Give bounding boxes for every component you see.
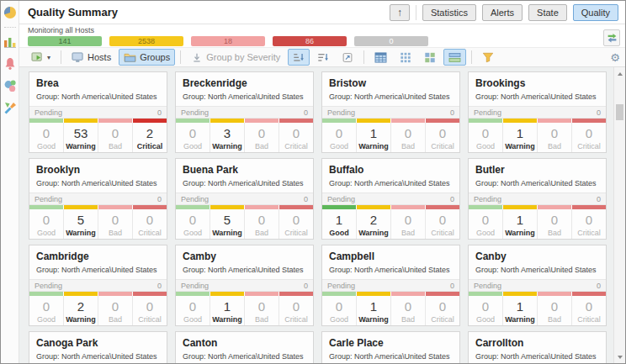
scrollbar-down-arrow[interactable]: [614, 351, 625, 362]
stat-cell-good[interactable]: 0Good: [176, 296, 210, 326]
monitoring-badge[interactable]: 86: [273, 36, 347, 46]
scroll-top-button[interactable]: ↑: [390, 4, 410, 21]
medium-tiles-view-button[interactable]: [419, 49, 441, 66]
stat-cell-bad[interactable]: 0Bad: [391, 209, 426, 240]
gear-icon[interactable]: ⚙: [610, 52, 620, 63]
stat-cell-good[interactable]: 0Good: [29, 123, 64, 153]
stat-cell-good[interactable]: 0Good: [29, 296, 64, 326]
vertical-scrollbar[interactable]: [613, 67, 625, 363]
stat-cell-good[interactable]: 0Good: [29, 209, 64, 240]
hosts-toggle-button[interactable]: Hosts: [66, 49, 116, 66]
stat-cell-warning[interactable]: 1Warning: [210, 296, 245, 326]
stat-cell-critical[interactable]: 0Critical: [426, 123, 459, 153]
stat-cell-critical[interactable]: 2Critical: [133, 123, 167, 153]
sort-ascending-button[interactable]: [288, 49, 310, 66]
stat-cell-warning[interactable]: 2Warning: [64, 296, 98, 326]
filter-button[interactable]: [477, 49, 499, 66]
stat-cell-bad[interactable]: 0Bad: [245, 296, 279, 326]
stat-cell-critical[interactable]: 0Critical: [133, 209, 167, 240]
pending-value: 0: [597, 108, 601, 117]
stat-cell-good[interactable]: 0Good: [469, 209, 503, 240]
group-card[interactable]: Brooklyn Group: North America\United Sta…: [29, 158, 167, 240]
stat-cell-bad[interactable]: 0Bad: [391, 296, 426, 326]
stat-cell-bad[interactable]: 0Bad: [245, 123, 279, 153]
group-card[interactable]: Cambridge Group: North America\United St…: [29, 245, 167, 326]
stat-cell-good[interactable]: 0Good: [469, 123, 503, 153]
status-circles-icon[interactable]: [3, 78, 17, 92]
group-card[interactable]: Breckenridge Group: North America\United…: [175, 71, 314, 153]
stat-cell-critical[interactable]: 0Critical: [426, 209, 459, 240]
group-card[interactable]: Buffalo Group: North America\United Stat…: [321, 158, 460, 240]
open-in-window-button[interactable]: [337, 49, 358, 66]
stat-cell-warning[interactable]: 53Warning: [64, 123, 98, 153]
scrollbar-thumb[interactable]: [616, 104, 623, 120]
monitoring-badge[interactable]: 0: [354, 36, 428, 46]
stat-cell-critical[interactable]: 0Critical: [572, 296, 606, 326]
stat-cell-bad[interactable]: 0Bad: [98, 296, 133, 326]
alarm-bell-icon[interactable]: [3, 56, 17, 71]
stat-cell-critical[interactable]: 0Critical: [426, 296, 459, 326]
stat-cell-warning[interactable]: 3Warning: [210, 123, 245, 153]
stat-cell-critical[interactable]: 0Critical: [279, 209, 313, 240]
monitoring-badge[interactable]: 2538: [109, 36, 183, 46]
stat-cell-warning[interactable]: 1Warning: [503, 209, 538, 240]
tab-state[interactable]: State: [528, 4, 567, 21]
sync-button[interactable]: [603, 29, 620, 46]
stat-cell-critical[interactable]: 0Critical: [133, 296, 167, 326]
bar-chart-icon[interactable]: [3, 34, 17, 49]
stat-cell-good[interactable]: 0Good: [176, 123, 210, 153]
tab-alerts[interactable]: Alerts: [482, 4, 523, 21]
stat-cell-bad[interactable]: 0Bad: [538, 123, 572, 153]
stat-cell-critical[interactable]: 0Critical: [279, 296, 313, 326]
group-card[interactable]: Canoga Park Group: North America\United …: [29, 331, 167, 363]
tab-statistics[interactable]: Statistics: [422, 4, 476, 21]
stat-cell-critical[interactable]: 0Critical: [572, 123, 606, 153]
group-card[interactable]: Carle Place Group: North America\United …: [321, 331, 460, 363]
group-card[interactable]: Butler Group: North America\United State…: [468, 158, 607, 240]
monitoring-badge[interactable]: 18: [191, 36, 265, 46]
group-card[interactable]: Bristow Group: North America\United Stat…: [321, 71, 460, 153]
stat-cell-critical[interactable]: 0Critical: [279, 123, 313, 153]
stat-cell-bad[interactable]: 0Bad: [391, 123, 426, 153]
group-card[interactable]: Carrollton Group: North America\United S…: [468, 331, 607, 363]
palette-brush-icon[interactable]: [3, 100, 17, 114]
sort-descending-button[interactable]: [312, 49, 334, 66]
stat-cell-critical[interactable]: 0Critical: [572, 209, 606, 240]
group-card[interactable]: Brookings Group: North America\United St…: [468, 71, 607, 153]
stat-cell-good[interactable]: 0Good: [322, 296, 357, 326]
scrollbar-up-arrow[interactable]: [614, 68, 625, 79]
monitoring-badge[interactable]: 141: [28, 36, 102, 46]
stat-cell-warning[interactable]: 5Warning: [64, 209, 98, 240]
group-card[interactable]: Brea Group: North America\United States …: [29, 71, 167, 153]
group-card[interactable]: Campbell Group: North America\United Sta…: [321, 245, 460, 326]
group-by-severity-button[interactable]: Group by Severity: [186, 49, 285, 66]
stat-cell-warning[interactable]: 1Warning: [357, 123, 391, 153]
stat-cell-good[interactable]: 0Good: [469, 296, 503, 326]
stat-cell-warning[interactable]: 2Warning: [357, 209, 391, 240]
stat-cell-good[interactable]: 0Good: [176, 209, 210, 240]
stat-cell-bad[interactable]: 0Bad: [98, 209, 133, 240]
group-card[interactable]: Canby Group: North America\United States…: [468, 245, 607, 326]
stat-cell-good[interactable]: 0Good: [322, 123, 357, 153]
stat-cell-bad[interactable]: 0Bad: [98, 123, 133, 153]
stat-cell-bad[interactable]: 0Bad: [245, 209, 279, 240]
stat-cell-bad[interactable]: 0Bad: [538, 296, 572, 326]
group-card[interactable]: Camby Group: North America\United States…: [175, 245, 314, 326]
stat-value: 1: [357, 299, 390, 314]
tab-quality[interactable]: Quality: [573, 4, 618, 21]
stat-label: Bad: [98, 229, 132, 237]
stat-cell-warning[interactable]: 1Warning: [503, 123, 538, 153]
list-view-button[interactable]: [443, 49, 466, 66]
group-card[interactable]: Buena Park Group: North America\United S…: [175, 158, 314, 240]
table-view-button[interactable]: [369, 49, 392, 66]
stat-cell-good[interactable]: 1Good: [322, 209, 357, 240]
small-tiles-view-button[interactable]: [395, 49, 416, 66]
groups-toggle-button[interactable]: Groups: [119, 49, 175, 66]
group-card[interactable]: Canton Group: North America\United State…: [175, 331, 314, 363]
view-selector-dropdown[interactable]: ▾: [26, 49, 56, 66]
stat-cell-warning[interactable]: 1Warning: [357, 296, 391, 326]
pie-chart-icon[interactable]: [3, 5, 17, 19]
stat-cell-bad[interactable]: 0Bad: [538, 209, 572, 240]
stat-cell-warning[interactable]: 1Warning: [503, 296, 538, 326]
stat-cell-warning[interactable]: 5Warning: [210, 209, 245, 240]
